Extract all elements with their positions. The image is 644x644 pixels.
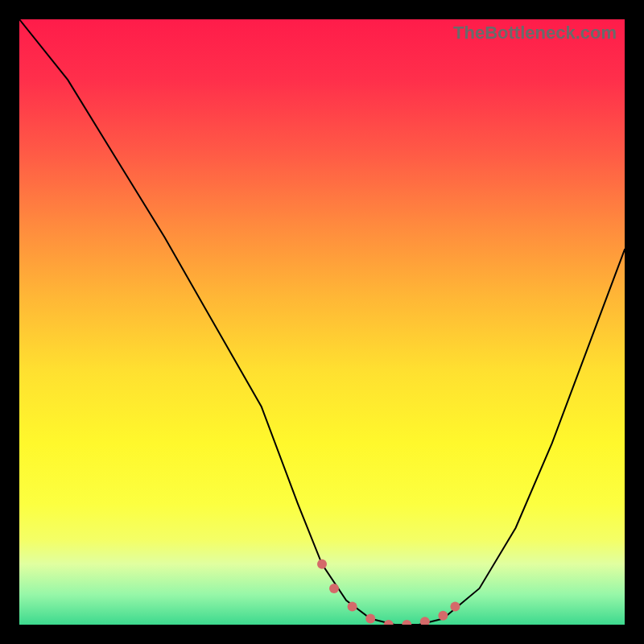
curve-marker: [450, 601, 460, 611]
chart-frame: TheBottleneck.com: [0, 0, 644, 644]
curve-marker: [329, 584, 339, 593]
curve-marker: [402, 620, 411, 625]
curve-markers: [317, 559, 460, 625]
chart-plot-area: TheBottleneck.com: [19, 19, 625, 625]
watermark-text: TheBottleneck.com: [453, 23, 617, 43]
curve-marker: [384, 620, 394, 625]
bottleneck-curve: [19, 19, 625, 625]
curve-marker: [317, 559, 327, 569]
curve-marker: [438, 611, 448, 621]
curve-marker: [420, 617, 430, 625]
curve-marker: [365, 614, 375, 624]
chart-svg: [19, 19, 625, 625]
curve-marker: [348, 601, 357, 611]
